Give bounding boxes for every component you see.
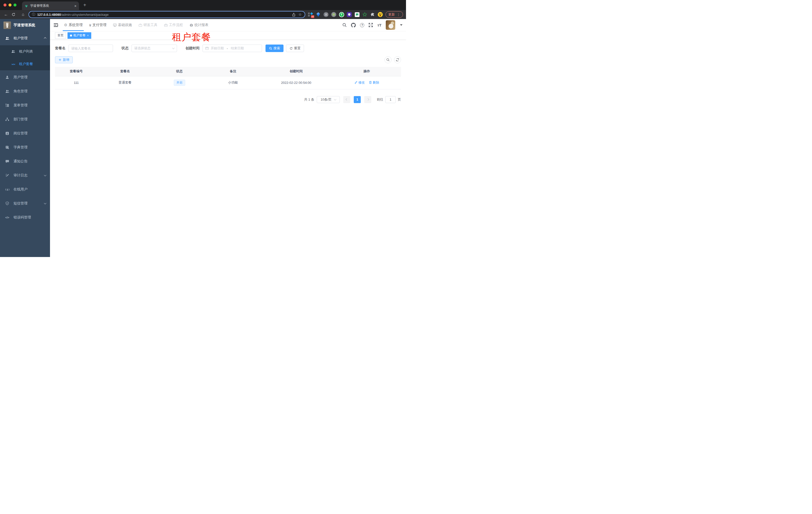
sidebar-item-menu-mgmt[interactable]: 菜单管理 — [0, 98, 50, 112]
address-bar[interactable]: ⓘ 127.0.0.1:48080/admin-ui/system/tenant… — [29, 11, 305, 18]
edit-link[interactable]: 修改 — [354, 80, 365, 85]
sidebar-item-post-mgmt[interactable]: 岗位管理 — [0, 126, 50, 140]
delete-link[interactable]: 删除 — [369, 80, 379, 85]
home-button[interactable]: ⌂ — [20, 12, 26, 17]
top-menu-system[interactable]: ⚙ 系统管理 — [62, 19, 85, 31]
url-host: 127.0.0.1:48080 — [37, 13, 61, 17]
tag-close-icon[interactable]: × — [87, 34, 89, 37]
sidebar-item-tenant-list[interactable]: 租户列表 — [0, 45, 50, 58]
tag-home[interactable]: 首页 — [55, 32, 66, 39]
share-icon[interactable] — [292, 13, 295, 17]
reload-button[interactable] — [11, 12, 18, 17]
prev-page-button[interactable] — [343, 96, 350, 103]
ext-gem-icon[interactable] — [316, 12, 321, 17]
tab-title: 芋道管理系统 — [30, 4, 49, 8]
add-button[interactable]: 新增 — [55, 56, 73, 63]
ext-shield-icon[interactable] — [347, 12, 352, 17]
sidebar-item-notice[interactable]: 通知公告 — [0, 154, 50, 168]
table-row: 111 普通套餐 开启 小功能 2022-02-22 00:54:00 修改 — [55, 76, 401, 89]
code-icon: </> — [5, 215, 9, 220]
ext-chat-icon[interactable] — [354, 12, 360, 17]
date-range-picker[interactable]: 开始日期 - 结束日期 — [203, 45, 262, 52]
ext-emoji-icon[interactable] — [377, 12, 383, 17]
end-date-placeholder[interactable]: 结束日期 — [231, 46, 244, 51]
col-package-name: 套餐名 — [97, 67, 152, 76]
site-info-icon[interactable]: ⓘ — [32, 12, 35, 17]
page-size-label: 10条/页 — [320, 97, 331, 102]
font-size-icon[interactable]: тT — [377, 23, 381, 27]
ext-puzzle-icon[interactable] — [370, 12, 375, 17]
status-select[interactable]: 请选择状态 — [132, 45, 177, 52]
toggle-search-button[interactable] — [384, 56, 392, 63]
chevron-down-icon — [44, 174, 47, 176]
search-icon[interactable] — [342, 23, 347, 27]
top-menu-workflow[interactable]: 工作流程 — [162, 19, 185, 31]
browser-tab[interactable]: 芋道管理系统 × — [22, 1, 79, 10]
monitor-icon — [113, 23, 117, 27]
delete-link-label: 删除 — [373, 80, 379, 85]
sidebar-item-label: 短信管理 — [13, 201, 28, 206]
page-unit-label: 页 — [398, 97, 401, 102]
refresh-button[interactable] — [394, 56, 401, 63]
pagination-total: 共 1 条 — [304, 97, 314, 102]
window-minimize-button[interactable] — [8, 3, 11, 6]
add-button-label: 新增 — [63, 58, 69, 62]
ext-star-icon[interactable] — [362, 12, 368, 17]
sidebar-item-label: 岗位管理 — [13, 131, 28, 136]
traffic-lights — [3, 3, 17, 6]
ext-diamond-icon[interactable]: 10 — [308, 12, 313, 17]
sidebar-collapse-icon[interactable] — [50, 23, 62, 28]
browser-update-button[interactable]: 更新 ⋮ — [385, 11, 403, 18]
ext-circle-icon[interactable] — [331, 12, 337, 17]
top-menu-payment[interactable]: ¥ 支付管理 — [87, 19, 109, 31]
name-filter-label: 套餐名 — [55, 46, 65, 51]
ext-y-icon[interactable]: Y — [339, 12, 344, 17]
back-button[interactable]: ← — [3, 12, 9, 17]
chevron-up-icon — [44, 37, 47, 39]
gear-icon: ⚙ — [64, 23, 67, 27]
new-tab-button[interactable]: + — [81, 1, 88, 9]
page-size-select[interactable]: 10条/页 — [317, 96, 340, 103]
goto-label: 前往 — [377, 97, 383, 102]
users-icon — [5, 89, 9, 93]
start-date-placeholder[interactable]: 开始日期 — [211, 46, 224, 51]
help-icon[interactable]: ? — [360, 23, 364, 27]
sidebar-item-tenant-mgmt[interactable]: 租户管理 — [0, 31, 50, 45]
chevron-down-icon — [172, 47, 175, 49]
col-status: 状态 — [152, 67, 206, 76]
top-menu-report[interactable]: 统计报表 — [187, 19, 211, 31]
next-page-button[interactable] — [364, 96, 371, 103]
top-menu-infra[interactable]: 基础设施 — [111, 19, 134, 31]
ext-command-icon[interactable]: ⌘ — [323, 12, 329, 17]
time-filter-label: 创建时间 — [185, 46, 200, 51]
tag-tenant-package[interactable]: 租户套餐 × — [67, 32, 91, 39]
fullscreen-icon[interactable] — [369, 23, 373, 27]
bookmark-star-icon[interactable]: ☆ — [298, 12, 302, 17]
sidebar-item-audit-log[interactable]: 审计日志 — [0, 168, 50, 183]
sidebar-item-online-users[interactable]: 在线用户 — [0, 183, 50, 196]
current-page[interactable]: 1 — [354, 96, 361, 103]
sidebar-item-dict-mgmt[interactable]: 字典管理 — [0, 140, 50, 154]
window-maximize-button[interactable] — [13, 3, 17, 6]
tab-close-icon[interactable]: × — [74, 4, 77, 8]
avatar-caret-down-icon[interactable] — [400, 24, 403, 26]
package-name-input[interactable] — [68, 45, 113, 52]
page-title-overlay: 租户套餐 — [172, 32, 211, 42]
github-icon[interactable] — [351, 23, 356, 28]
sidebar-item-error-code[interactable]: </> 错误码管理 — [0, 211, 50, 224]
sidebar-item-role-mgmt[interactable]: 角色管理 — [0, 84, 50, 98]
sidebar-item-dept-mgmt[interactable]: 部门管理 — [0, 112, 50, 126]
window-close-button[interactable] — [3, 3, 6, 6]
top-menu-devtools[interactable]: 研发工具 — [136, 19, 160, 31]
top-menu-bar: ⚙ 系统管理 ¥ 支付管理 基础设施 研发工具 — [62, 19, 211, 31]
sidebar-item-tenant-package[interactable]: 租户套餐 — [0, 58, 50, 70]
avatar[interactable] — [386, 20, 395, 30]
sidebar-item-label: 在线用户 — [13, 187, 28, 192]
search-button[interactable]: 搜索 — [265, 45, 284, 52]
browser-menu-kebab-icon[interactable]: ⋮ — [397, 12, 400, 17]
goto-page-input[interactable] — [385, 96, 396, 103]
sidebar-item-user-mgmt[interactable]: 用户管理 — [0, 70, 50, 84]
sidebar-item-sms-mgmt[interactable]: 短信管理 — [0, 196, 50, 211]
update-label: 更新 — [388, 12, 395, 17]
reset-button[interactable]: 重置 — [286, 45, 304, 52]
